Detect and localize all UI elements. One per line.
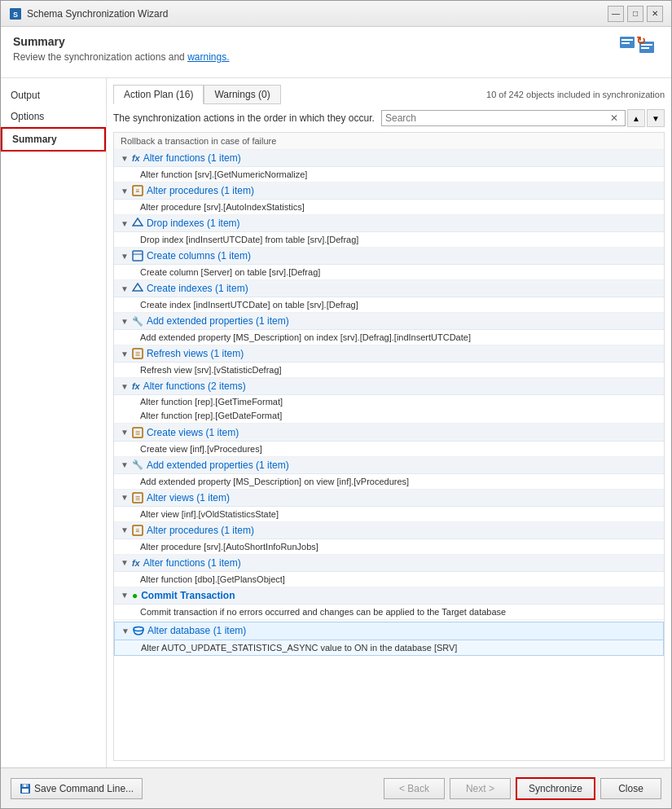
header-subtitle: Review the synchronization actions and w… [13,51,229,63]
title-buttons: — □ ✕ [608,6,663,22]
alter-functions-3-title[interactable]: Alter functions (1 item) [143,557,241,569]
close-button[interactable]: ✕ [647,6,663,22]
svg-text:≡: ≡ [136,527,140,534]
create-columns-1-title[interactable]: Create columns (1 item) [147,250,251,262]
index-icon-2 [132,283,143,294]
action-group-refresh-views-1[interactable]: ▼ ☰ Refresh views (1 item) [114,345,664,363]
action-group-alter-functions-3[interactable]: ▼ fx Alter functions (1 item) [114,555,664,572]
collapse-arrow-14: ▼ [121,591,129,600]
collapse-arrow-5: ▼ [121,284,129,293]
tabs-row: Action Plan (16) Warnings (0) 10 of 242 … [113,85,665,104]
header-icon-area: ↻ [618,35,659,69]
create-columns-1-detail: Create column [Server] on table [srv].[D… [114,265,664,280]
add-extended-2-title[interactable]: Add extended properties (1 item) [147,459,289,471]
create-indexes-1-title[interactable]: Create indexes (1 item) [147,283,248,294]
create-views-1-detail: Create view [inf].[vProcedures] [114,442,664,457]
svg-rect-4 [621,42,630,44]
commit-transaction-title[interactable]: Commit Transaction [141,590,235,601]
minimize-button[interactable]: — [608,6,624,22]
action-group-add-extended-1[interactable]: ▼ 🔧 Add extended properties (1 item) [114,313,664,330]
objects-count: 10 of 242 objects included in synchroniz… [486,90,665,99]
alter-functions-3-detail: Alter function [dbo].[GetPlansObject] [114,572,664,587]
alter-functions-1-detail: Alter function [srv].[GetNumericNormaliz… [114,167,664,182]
action-group-alter-functions-2[interactable]: ▼ fx Alter functions (2 items) [114,378,664,395]
drop-indexes-1-title[interactable]: Drop indexes (1 item) [147,218,240,229]
commit-transaction-detail: Commit transaction if no errors occurred… [114,605,664,620]
index-icon-1 [132,218,143,229]
close-button-footer[interactable]: Close [600,778,661,799]
fx-icon-3: fx [132,558,140,568]
search-next-button[interactable]: ▼ [647,109,665,127]
restore-button[interactable]: □ [627,6,643,22]
rollback-header: Rollback a transaction in case of failur… [114,133,664,150]
view-icon-2: ☰ [132,426,143,437]
action-group-alter-database-1[interactable]: ▼ Alter database (1 item) [115,622,663,640]
header-content: Summary Review the synchronization actio… [13,35,229,63]
tab-action-plan[interactable]: Action Plan (16) [113,85,204,104]
action-group-create-indexes-1[interactable]: ▼ Create indexes (1 item) [114,280,664,297]
action-group-create-columns-1[interactable]: ▼ Create columns (1 item) [114,248,664,265]
add-extended-2-detail: Add extended property [MS_Description] o… [114,474,664,490]
alter-procedures-2-title[interactable]: Alter procedures (1 item) [147,525,254,536]
collapse-arrow-2: ▼ [121,187,129,196]
alter-views-1-title[interactable]: Alter views (1 item) [147,492,230,503]
search-row: The synchronization actions in the order… [113,109,665,127]
alter-procedures-1-title[interactable]: Alter procedures (1 item) [147,185,254,196]
sidebar-item-summary[interactable]: Summary [1,127,106,152]
wrench-icon-1: 🔧 [132,316,143,327]
main-window: S Schema Synchronization Wizard — □ ✕ Su… [0,0,672,809]
proc-icon-1: ≡ [132,185,143,196]
alter-database-1-title[interactable]: Alter database (1 item) [147,625,246,636]
collapse-arrow-15: ▼ [121,627,130,635]
svg-rect-3 [621,39,633,41]
svg-rect-27 [24,785,26,787]
svg-text:☰: ☰ [135,430,140,436]
action-group-drop-indexes-1[interactable]: ▼ Drop indexes (1 item) [114,215,664,232]
header-title: Summary [13,35,229,48]
add-extended-1-detail: Add extended property [MS_Description] o… [114,330,664,345]
action-group-alter-functions-1[interactable]: ▼ fx Alter functions (1 item) [114,150,664,167]
svg-point-23 [134,627,143,631]
collapse-arrow-7: ▼ [121,350,129,358]
action-group-create-views-1[interactable]: ▼ ☰ Create views (1 item) [114,424,664,441]
search-input[interactable] [385,112,607,124]
alter-functions-2-title[interactable]: Alter functions (2 items) [143,380,246,392]
tab-warnings[interactable]: Warnings (0) [204,85,280,104]
search-clear-icon[interactable]: ✕ [607,112,621,124]
action-group-alter-views-1[interactable]: ▼ ☰ Alter views (1 item) [114,490,664,507]
db-icon [133,625,144,637]
alter-functions-1-title[interactable]: Alter functions (1 item) [143,152,241,164]
back-button[interactable]: < Back [384,778,445,799]
add-extended-1-title[interactable]: Add extended properties (1 item) [147,315,289,327]
collapse-arrow-6: ▼ [121,317,129,326]
header: Summary Review the synchronization actio… [1,27,671,78]
alter-functions-2-detail-1: Alter function [rep].[GetTimeFormat] [114,395,664,408]
title-bar: S Schema Synchronization Wizard — □ ✕ [1,1,671,27]
refresh-views-1-title[interactable]: Refresh views (1 item) [147,348,244,359]
collapse-arrow-11: ▼ [121,493,129,502]
sidebar-item-output[interactable]: Output [1,85,106,106]
collapse-arrow-9: ▼ [121,428,129,437]
footer-right: < Back Next > Synchronize Close [384,777,661,800]
save-command-line-button[interactable]: Save Command Line... [11,778,143,799]
action-group-commit[interactable]: ▼ ● Commit Transaction [114,587,664,605]
action-group-alter-procedures-2[interactable]: ▼ ≡ Alter procedures (1 item) [114,522,664,539]
synchronize-button[interactable]: Synchronize [516,777,595,800]
action-group-add-extended-2[interactable]: ▼ 🔧 Add extended properties (1 item) [114,457,664,474]
svg-rect-7 [641,47,649,49]
warnings-link[interactable]: warnings. [187,51,229,63]
view-icon-1: ☰ [132,348,143,359]
alter-views-1-detail: Alter view [inf].[vOldStatisticsState] [114,507,664,522]
svg-marker-11 [133,218,143,226]
action-group-alter-procedures-1[interactable]: ▼ ≡ Alter procedures (1 item) [114,182,664,200]
search-prev-button[interactable]: ▲ [627,109,645,127]
sidebar-item-options[interactable]: Options [1,106,106,127]
view-icon-3: ☰ [132,492,143,503]
search-description: The synchronization actions in the order… [113,112,375,124]
create-indexes-1-detail: Create index [indInsertUTCDate] on table… [114,297,664,313]
next-button[interactable]: Next > [450,778,511,799]
create-views-1-title[interactable]: Create views (1 item) [147,427,239,438]
footer: Save Command Line... < Back Next > Synch… [1,767,671,808]
app-icon: S [9,7,22,20]
drop-indexes-1-detail: Drop index [indInsertUTCDate] from table… [114,232,664,248]
